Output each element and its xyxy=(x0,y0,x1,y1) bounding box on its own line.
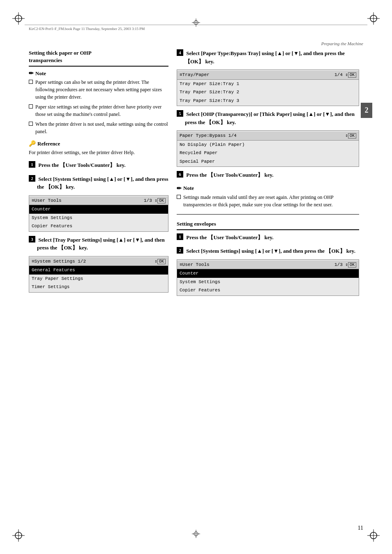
chapter-tab: 2 xyxy=(361,103,372,118)
lcd-header-2: ≡System Settings 1/2 ⇕OK xyxy=(29,257,168,266)
lcd-row-tray-size-3: Tray Paper Size:Tray 3 xyxy=(177,97,359,105)
lcd-row-tray-paper-settings: Tray Paper Settings xyxy=(29,275,168,283)
lcd-screen-paper-type: Paper Type:Bypass 1/4 ⇕OK No Display (Pl… xyxy=(177,130,359,167)
right-step-4-num: 4 xyxy=(177,49,183,56)
reference-text: For printer driver settings, see the pri… xyxy=(29,149,168,156)
note-section-left: ✏ Note Paper settings can also be set us… xyxy=(29,70,168,135)
checkbox-icon-2 xyxy=(29,104,33,108)
lcd-row-copier-features-2: Copier Features xyxy=(177,286,359,295)
lcd-row-tray-size-1: Tray Paper Size:Tray 1 xyxy=(177,80,359,88)
lcd-row-general-features: General Features xyxy=(29,266,168,275)
lcd-row-tray-size-2: Tray Paper Size:Tray 2 xyxy=(177,88,359,97)
lcd-row-copier-features-1: Copier Features xyxy=(29,222,168,231)
corner-mark-bl xyxy=(12,529,25,542)
page-number: 11 xyxy=(358,525,363,531)
page-wrapper: KirC2-EN-Pref1-F_FM.book Page 11 Thursda… xyxy=(0,0,392,554)
right-step-4-title-row: 4 Select [Paper Type:Bypass Tray] using … xyxy=(177,49,359,67)
env-step-2: 2 Select [System Settings] using [▲] or … xyxy=(177,247,359,296)
lcd-header-tray: ≡Tray/Paper 1/4 ⇕OK xyxy=(177,71,359,80)
bottom-crosshair xyxy=(192,530,200,540)
note-item-1: Paper settings can also be set using the… xyxy=(29,78,168,101)
checkbox-icon-3 xyxy=(29,122,33,126)
env-step-1: 1 Press the 【User Tools/Counter】 key. xyxy=(177,233,359,243)
right-step-6-title: Press the 【User Tools/Counter】 key. xyxy=(185,171,273,179)
right-step-4-title: Select [Paper Type:Bypass Tray] using [▲… xyxy=(185,49,359,65)
reference-section: 🔑 Reference For printer driver settings,… xyxy=(29,140,168,156)
reference-title: 🔑 Reference xyxy=(29,140,168,147)
note-section-right: ✏ Note Settings made remain valid until … xyxy=(177,185,359,208)
lcd-header-paper-type: Paper Type:Bypass 1/4 ⇕OK xyxy=(177,132,359,141)
left-step-3-num: 3 xyxy=(29,236,35,242)
left-column: Setting thick paper or OHP transparencie… xyxy=(29,49,168,521)
right-step-5-num: 5 xyxy=(177,110,183,117)
lcd-row-counter-1: Counter xyxy=(29,205,168,214)
note-title-left: ✏ Note xyxy=(29,70,168,77)
note2-item-1: Settings made remain valid until they ar… xyxy=(177,194,359,208)
right-step-6-title-row: 6 Press the 【User Tools/Counter】 key. xyxy=(177,171,359,181)
right-step-5-title: Select [OHP (Transparency)] or [Thick Pa… xyxy=(185,110,359,126)
left-step-3-title-row: 3 Select [Tray Paper Settings] using [▲]… xyxy=(29,236,168,254)
lcd-row-system-settings-2: System Settings xyxy=(177,278,359,286)
env-step-1-title: Press the 【User Tools/Counter】 key. xyxy=(185,233,273,242)
key-icon: 🔑 xyxy=(29,140,36,147)
env-step-2-title-row: 2 Select [System Settings] using [▲] or … xyxy=(177,247,359,257)
page-header: Preparing the Machine xyxy=(321,41,363,46)
left-step-1-title: Press the 【User Tools/Counter】 key. xyxy=(37,161,125,169)
pencil-icon: ✏ xyxy=(29,70,34,77)
lcd-screen-user-tools-2: ≡User Tools 1/3 ⇕OK Counter System Setti… xyxy=(177,259,359,296)
corner-mark-tl xyxy=(12,12,25,25)
right-step-5: 5 Select [OHP (Transparency)] or [Thick … xyxy=(177,110,359,167)
left-step-1: 1 Press the 【User Tools/Counter】 key. xyxy=(29,161,168,171)
right-step-6-num: 6 xyxy=(177,171,183,178)
pencil-icon-right: ✏ xyxy=(177,185,182,192)
left-step-2-num: 2 xyxy=(29,175,35,182)
lcd-header-env: ≡User Tools 1/3 ⇕OK xyxy=(177,261,359,270)
lcd-header-1: ≡User Tools 1/3 ⇕OK xyxy=(29,196,168,205)
lcd-row-timer-settings: Timer Settings xyxy=(29,283,168,291)
right-step-6: 6 Press the 【User Tools/Counter】 key. xyxy=(177,171,359,181)
section-heading-envelopes: Setting envelopes xyxy=(177,220,359,230)
lcd-row-special-paper: Special Paper xyxy=(177,157,359,166)
right-column: 4 Select [Paper Type:Bypass Tray] using … xyxy=(177,49,359,521)
env-step-1-title-row: 1 Press the 【User Tools/Counter】 key. xyxy=(177,233,359,243)
left-step-2: 2 Select [System Settings] using [▲] or … xyxy=(29,175,168,232)
left-step-2-title: Select [System Settings] using [▲] or [▼… xyxy=(37,175,168,191)
left-step-2-title-row: 2 Select [System Settings] using [▲] or … xyxy=(29,175,168,193)
env-step-2-num: 2 xyxy=(177,247,183,254)
lcd-row-counter-2: Counter xyxy=(177,269,359,278)
checkbox-icon-1 xyxy=(29,80,33,84)
lcd-row-recycled-paper: Recycled Paper xyxy=(177,149,359,157)
checkbox-icon-4 xyxy=(177,195,181,199)
header-bar: KirC2-EN-Pref1-F_FM.book Page 11 Thursda… xyxy=(25,25,367,31)
note-item-2: Paper size settings set using the printe… xyxy=(29,103,168,118)
lcd-row-no-display: No Display (Plain Paper) xyxy=(177,141,359,149)
left-step-3-title: Select [Tray Paper Settings] using [▲] o… xyxy=(37,236,168,252)
lcd-screen-tray-paper: ≡Tray/Paper 1/4 ⇕OK Tray Paper Size:Tray… xyxy=(177,69,359,106)
section-divider xyxy=(177,214,359,215)
main-content: Setting thick paper or OHP transparencie… xyxy=(29,49,359,521)
filename-text: KirC2-EN-Pref1-F_FM.book Page 11 Thursda… xyxy=(25,27,367,31)
right-step-5-title-row: 5 Select [OHP (Transparency)] or [Thick … xyxy=(177,110,359,128)
env-step-1-num: 1 xyxy=(177,233,183,240)
left-step-1-title-row: 1 Press the 【User Tools/Counter】 key. xyxy=(29,161,168,171)
note-title-right: ✏ Note xyxy=(177,185,359,192)
corner-mark-tr xyxy=(367,12,380,25)
lcd-screen-user-tools-1: ≡User Tools 1/3 ⇕OK Counter System Setti… xyxy=(29,195,168,232)
section-heading-thick-paper: Setting thick paper or OHP transparencie… xyxy=(29,49,168,67)
corner-mark-br xyxy=(367,529,380,542)
env-step-2-title: Select [System Settings] using [▲] or [▼… xyxy=(185,247,355,255)
lcd-screen-system-settings: ≡System Settings 1/2 ⇕OK General Feature… xyxy=(29,256,168,293)
note-item-3: When the printer driver is not used, mak… xyxy=(29,120,168,135)
left-step-3: 3 Select [Tray Paper Settings] using [▲]… xyxy=(29,236,168,293)
right-step-4: 4 Select [Paper Type:Bypass Tray] using … xyxy=(177,49,359,106)
lcd-row-system-settings-1: System Settings xyxy=(29,214,168,222)
left-step-1-num: 1 xyxy=(29,161,35,168)
